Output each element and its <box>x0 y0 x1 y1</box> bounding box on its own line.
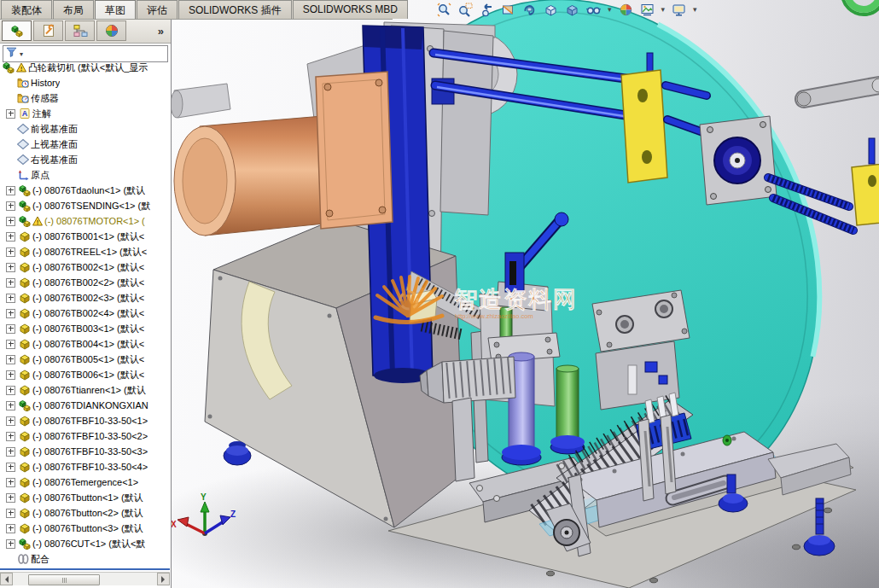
part-icon <box>19 246 31 258</box>
expand-plus-icon[interactable] <box>6 263 15 272</box>
view-settings-icon[interactable] <box>672 3 686 17</box>
expand-plus-icon[interactable] <box>6 355 15 364</box>
view-orientation-icon[interactable] <box>544 3 558 17</box>
display-style-icon[interactable] <box>565 3 579 17</box>
tree-item[interactable]: (-) 08076TFBF10-33-50<4> <box>0 459 170 474</box>
tree-item[interactable]: (-) 08076TB002<4> (默认< <box>0 306 170 321</box>
tree-item[interactable]: (-) 08076TDIANKONGXIAN <box>0 398 170 413</box>
part-icon <box>19 507 31 519</box>
section-view-icon[interactable] <box>501 3 515 17</box>
expand-plus-icon[interactable] <box>6 416 15 426</box>
tree-item[interactable]: (-) 08076TREEL<1> (默认< <box>0 244 170 259</box>
tree-item[interactable]: (-) 08076Tbutton<3> (默认 <box>0 521 170 536</box>
expand-plus-icon[interactable] <box>6 493 15 503</box>
command-tab[interactable]: 装配体 <box>1 0 52 19</box>
command-tab[interactable]: SOLIDWORKS 插件 <box>178 0 292 19</box>
expand-plus-icon[interactable] <box>6 386 15 395</box>
tree-item[interactable]: History <box>0 75 170 90</box>
tree-item[interactable]: (-) 08076Ttianren<1> (默认 <box>0 382 170 398</box>
scroll-thumb[interactable] <box>28 574 100 585</box>
expand-plus-icon[interactable] <box>6 478 15 487</box>
tree-item-label: (-) 08076TB005<1> (默认< <box>32 353 144 366</box>
expand-plus-icon[interactable] <box>6 463 15 472</box>
edit-appearance-icon[interactable] <box>619 3 633 17</box>
scroll-left-button[interactable] <box>0 573 13 585</box>
command-tab[interactable]: 评估 <box>137 0 178 19</box>
panel-tab-featuremanager-tree[interactable] <box>2 20 32 41</box>
expand-plus-icon[interactable] <box>6 340 15 349</box>
command-tab[interactable]: SOLIDWORKS MBD <box>293 0 408 19</box>
command-tab[interactable]: 布局 <box>53 0 94 19</box>
tree-item[interactable]: 配合 <box>0 551 170 567</box>
hide-show-items-dropdown[interactable]: ▾ <box>608 3 612 17</box>
expand-plus-icon[interactable] <box>6 232 15 242</box>
expand-plus-icon[interactable] <box>6 401 15 410</box>
tree-item[interactable]: (-) 08076TSENDING<1> (默 <box>0 198 170 213</box>
apply-scene-dropdown[interactable]: ▾ <box>661 3 666 17</box>
expand-plus-icon[interactable] <box>6 432 15 441</box>
tree-item[interactable]: (-) 08076Tbutton<1> (默认 <box>0 490 170 505</box>
expand-plus-icon[interactable] <box>6 278 15 288</box>
motor-component[interactable] <box>171 72 393 236</box>
panel-expand-button[interactable]: » <box>153 25 169 38</box>
expand-plus-icon[interactable] <box>6 324 15 334</box>
tree-item[interactable]: (-) 08076Temergence<1> <box>0 474 170 490</box>
tree-item[interactable]: 上视基准面 <box>0 137 170 152</box>
expand-plus-icon[interactable] <box>6 217 15 226</box>
tree-item[interactable]: (-) 08076TFBF10-33-50<2> <box>0 428 170 444</box>
expand-plus-icon[interactable] <box>6 186 15 195</box>
expand-plus-icon[interactable] <box>6 370 15 380</box>
expand-plus-icon[interactable] <box>6 247 15 257</box>
tree-item[interactable]: (-) 08076TFBF10-33-50<1> <box>0 413 170 428</box>
expand-plus-icon[interactable] <box>6 524 15 533</box>
tree-item[interactable]: A注解 <box>0 106 170 121</box>
view-settings-dropdown[interactable]: ▾ <box>693 3 697 17</box>
tree-item-label: 右视基准面 <box>31 154 78 166</box>
assembly-model: 智造资料网 http://www.zhizaoziliao.com X Y Z <box>171 0 879 588</box>
tree-item[interactable]: 传感器 <box>0 90 170 106</box>
tree-hscrollbar[interactable] <box>0 572 170 585</box>
tree-item-label: (-) 08076TB004<1> (默认< <box>32 338 144 351</box>
tree-item[interactable]: (-) 08076Tdaolun<1> (默认 <box>0 183 170 198</box>
tree-item[interactable]: (-) 08076TB002<1> (默认< <box>0 259 170 275</box>
tree-item[interactable]: 原点 <box>0 167 170 183</box>
tree-item[interactable]: 右视基准面 <box>0 152 170 167</box>
filter-dropdown-caret[interactable]: ▾ <box>20 50 23 58</box>
zoom-to-fit-icon[interactable] <box>437 3 451 17</box>
panel-tab-displaymanager[interactable] <box>96 20 126 41</box>
tree-item[interactable]: (-) 08076TB002<3> (默认< <box>0 290 170 306</box>
tree-item[interactable]: (-) 08076TB006<1> (默认< <box>0 367 170 382</box>
scroll-track[interactable] <box>13 573 157 585</box>
tree-item[interactable]: (-) 08076CUT<1> (默认<默 <box>0 536 170 551</box>
command-tab[interactable]: 草图 <box>95 0 136 19</box>
scroll-right-button[interactable] <box>157 573 170 585</box>
expand-plus-icon[interactable] <box>6 201 15 211</box>
zoom-to-area-icon[interactable] <box>458 3 473 17</box>
panel-splitter[interactable] <box>0 568 170 570</box>
panel-tab-configurationmanager[interactable] <box>65 20 95 41</box>
rotate-view-icon[interactable] <box>522 3 537 17</box>
expand-plus-icon[interactable] <box>6 309 15 318</box>
expand-plus-icon[interactable] <box>6 447 15 457</box>
expand-plus-icon[interactable] <box>6 539 15 549</box>
sens-icon <box>17 92 29 104</box>
panel-tab-propertymanager[interactable] <box>33 20 63 41</box>
tree-item[interactable]: !(-) 08076TMOTOR<1> ( <box>0 213 170 229</box>
tree-item[interactable]: (-) 08076Tbutton<2> (默认 <box>0 505 170 521</box>
expand-plus-icon[interactable] <box>6 509 15 518</box>
tree-item[interactable]: 前视基准面 <box>0 121 170 137</box>
graphics-viewport[interactable]: 智造资料网 http://www.zhizaoziliao.com X Y Z … <box>171 0 879 588</box>
expand-plus-icon[interactable] <box>6 109 15 119</box>
tree-item[interactable]: (-) 08076TB002<2> (默认< <box>0 275 170 290</box>
tree-item[interactable]: (-) 08076TFBF10-33-50<3> <box>0 444 170 459</box>
apply-scene-icon[interactable] <box>640 3 655 17</box>
tree-item[interactable]: (-) 08076TB003<1> (默认< <box>0 321 170 336</box>
part-icon <box>19 230 31 242</box>
tree-item[interactable]: (-) 08076TB005<1> (默认< <box>0 352 170 367</box>
tree-item[interactable]: (-) 08076TB004<1> (默认< <box>0 336 170 352</box>
tree-root-item[interactable]: !凸轮裁切机 (默认<默认_显示 <box>0 60 170 75</box>
expand-plus-icon[interactable] <box>6 294 15 303</box>
tree-item[interactable]: (-) 08076TB001<1> (默认< <box>0 229 170 244</box>
hide-show-items-icon[interactable] <box>586 3 601 17</box>
previous-view-icon[interactable] <box>480 3 494 17</box>
